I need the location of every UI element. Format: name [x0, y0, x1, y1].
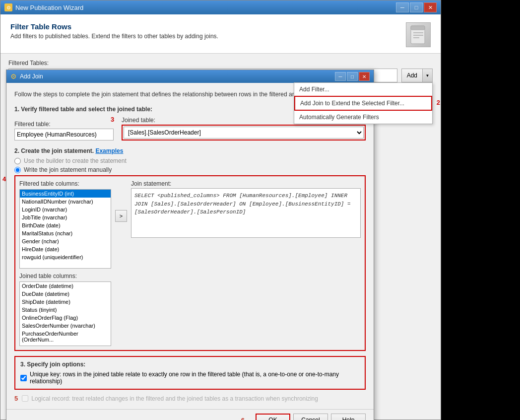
filtered-tables-label: Filtered Tables:: [8, 60, 433, 67]
add-btn-label: Add: [402, 72, 422, 79]
checkbox1-row: Unique key: rows in the joined table rel…: [20, 371, 360, 385]
list-item[interactable]: rowguid (uniqueidentifier): [20, 253, 111, 261]
wizard-subtitle: Add filters to published tables. Extend …: [10, 33, 218, 40]
step2-section: 2. Create the join statement. Examples U…: [14, 147, 366, 351]
add-join-label: Add Join to Extend the Selected Filter..…: [300, 100, 404, 107]
dialog-maximize-btn[interactable]: □: [347, 72, 358, 81]
badge-4: 4: [2, 175, 6, 183]
joined-columns-container: Joined table columns: OrderDate (datetim…: [19, 273, 361, 346]
filtered-columns-label: Filtered table columns:: [19, 180, 111, 187]
step2-content: 4 Filtered table columns: BusinessEntity…: [14, 175, 366, 351]
wizard-header-icon: [406, 22, 431, 47]
join-statement-container: Join statement: SELECT <published_column…: [131, 180, 361, 238]
joined-table-box: [Sales].[SalesOrderHeader]: [122, 125, 366, 140]
maximize-button[interactable]: □: [410, 2, 423, 12]
joined-table-select[interactable]: [Sales].[SalesOrderHeader]: [124, 127, 364, 139]
joined-column-list[interactable]: OrderDate (datetime) DueDate (datetime) …: [19, 281, 111, 346]
title-bar-left: ⚙ New Publication Wizard: [4, 3, 83, 11]
radio-manual-label: Write the join statement manually: [24, 166, 112, 173]
title-bar-controls: ─ □ ✕: [396, 2, 437, 12]
dropdown-menu: Add Filter... Add Join to Extend the Sel…: [294, 82, 433, 124]
join-statement-label: Join statement:: [131, 180, 361, 187]
step3-section: 3. Specify join options: Unique key: row…: [14, 356, 366, 390]
radio-builder-row: Use the builder to create the statement: [14, 157, 366, 164]
list-item[interactable]: NationalIDNumber (nvarchar): [20, 198, 111, 206]
radio-options: Use the builder to create the statement …: [14, 157, 366, 173]
ok-button[interactable]: OK: [256, 414, 290, 420]
list-item[interactable]: AccountNumber (AccountNumber...: [20, 344, 111, 346]
checkbox2-label: Logical record: treat related changes in…: [31, 395, 318, 402]
dialog-footer: 6 OK Cancel Help: [6, 409, 374, 420]
dropdown-auto-generate[interactable]: Automatically Generate Filters: [294, 111, 432, 124]
dialog-minimize-btn[interactable]: ─: [335, 72, 346, 81]
list-item[interactable]: OnlineOrderFlag (Flag): [20, 314, 111, 322]
examples-link[interactable]: Examples: [95, 147, 123, 154]
arrow-button[interactable]: >: [115, 210, 127, 222]
dialog-title-bar-left: ⚙ Add Join: [10, 72, 43, 80]
joined-columns-label: Joined table columns:: [19, 273, 361, 280]
list-item[interactable]: BusinessEntityID (int): [20, 190, 111, 198]
dialog-title-controls: ─ □ ✕: [335, 72, 370, 81]
filtered-table-field: Filtered table:: [14, 121, 114, 140]
add-button[interactable]: Add ▼: [401, 69, 433, 82]
radio-builder-label: Use the builder to create the statement: [24, 157, 127, 164]
list-item[interactable]: JobTitle (nvarchar): [20, 213, 111, 221]
svg-rect-1: [411, 26, 425, 30]
minimize-button[interactable]: ─: [396, 2, 409, 12]
list-item[interactable]: Gender (nchar): [20, 237, 111, 245]
list-item[interactable]: HireDate (date): [20, 245, 111, 253]
checkbox1[interactable]: [20, 375, 27, 381]
dialog-icon: ⚙: [10, 72, 17, 80]
wizard-title: Filter Table Rows: [10, 22, 218, 31]
list-item[interactable]: MaritalStatus (nchar): [20, 229, 111, 237]
list-item[interactable]: PurchaseOrderNumber (OrderNum...: [20, 330, 111, 344]
checkbox1-label: Unique key: rows in the joined table rel…: [30, 371, 360, 385]
checkbox2-row: Logical record: treat related changes in…: [22, 395, 318, 402]
wizard-title-bar: ⚙ New Publication Wizard ─ □ ✕: [0, 0, 441, 14]
checkbox2: [22, 395, 28, 402]
radio-builder[interactable]: [14, 158, 21, 164]
wizard-window-title: New Publication Wizard: [15, 4, 83, 11]
close-button[interactable]: ✕: [424, 2, 437, 12]
list-item[interactable]: ShipDate (datetime): [20, 298, 111, 306]
dialog-title-bar: ⚙ Add Join ─ □ ✕: [6, 70, 374, 83]
dialog-title-text: Add Join: [20, 73, 43, 80]
list-item[interactable]: LoginID (nvarchar): [20, 206, 111, 213]
step3-label: 3. Specify join options:: [20, 361, 360, 368]
add-btn-container: Add ▼ Add Filter... Add Join to Extend t…: [401, 69, 433, 82]
badge-5: 5: [14, 395, 18, 402]
wizard-icon: ⚙: [4, 3, 12, 11]
dropdown-add-join[interactable]: Add Join to Extend the Selected Filter..…: [294, 96, 432, 111]
badge-2: 2: [437, 99, 440, 106]
list-item[interactable]: SalesOrderNumber (nvarchar): [20, 322, 111, 330]
columns-row: Filtered table columns: BusinessEntityID…: [19, 180, 361, 269]
list-item[interactable]: Status (tinyint): [20, 306, 111, 314]
add-btn-arrow[interactable]: ▼: [422, 69, 432, 82]
step2-label: 2. Create the join statement. Examples: [14, 147, 123, 154]
step5-row: 5 Logical record: treat related changes …: [14, 395, 366, 402]
filtered-column-list[interactable]: BusinessEntityID (int) NationalIDNumber …: [19, 189, 111, 269]
radio-manual-row: Write the join statement manually: [14, 166, 366, 173]
badge-6: 6: [241, 417, 245, 420]
list-item[interactable]: BirthDate (date): [20, 221, 111, 229]
filtered-columns-container: Filtered table columns: BusinessEntityID…: [19, 180, 111, 269]
join-statement-text: SELECT <published_columns> FROM [HumanRe…: [134, 193, 351, 215]
cancel-button[interactable]: Cancel: [293, 414, 328, 420]
step3-wrapper: 3. Specify join options: Unique key: row…: [14, 356, 366, 390]
list-item[interactable]: OrderDate (datetime): [20, 282, 111, 290]
filtered-table-label: Filtered table:: [14, 121, 114, 128]
radio-manual[interactable]: [14, 167, 21, 173]
filtered-table-input[interactable]: [14, 129, 114, 140]
list-item[interactable]: DueDate (datetime): [20, 290, 111, 298]
join-statement-box[interactable]: SELECT <published_columns> FROM [HumanRe…: [131, 188, 361, 238]
dialog-close-btn[interactable]: ✕: [359, 72, 370, 81]
wizard-header-text: Filter Table Rows Add filters to publish…: [10, 22, 218, 40]
wizard-header: Filter Table Rows Add filters to publish…: [0, 14, 441, 54]
main-layout: ⚙ New Publication Wizard ─ □ ✕ Filter Ta…: [0, 0, 520, 420]
dialog-body: Follow the steps to complete the join st…: [6, 83, 374, 409]
help-button[interactable]: Help: [331, 414, 366, 420]
badge-3: 3: [111, 116, 114, 123]
step3-inner: Unique key: rows in the joined table rel…: [20, 371, 360, 385]
dropdown-add-filter[interactable]: Add Filter...: [294, 83, 432, 96]
